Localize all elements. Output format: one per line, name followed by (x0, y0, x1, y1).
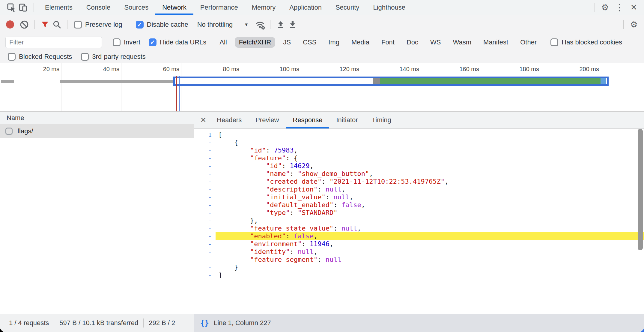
timeline-gridline (301, 63, 301, 111)
request-row-flags[interactable]: flags/ (0, 124, 194, 138)
disable-cache-checkbox[interactable] (136, 21, 144, 29)
json-line: "created_date": "2021-11-12T10:22:53.419… (216, 178, 644, 186)
json-token: : (282, 162, 290, 170)
type-filter-fetchxhr[interactable]: Fetch/XHR (235, 37, 276, 48)
disable-cache-label[interactable]: Disable cache (147, 21, 188, 29)
overview-request-bar[interactable] (60, 80, 191, 83)
detail-tab-preview[interactable]: Preview (249, 112, 286, 128)
main-tab-security[interactable]: Security (329, 0, 366, 15)
main-tab-elements[interactable]: Elements (38, 0, 79, 15)
import-har-icon[interactable] (275, 19, 287, 31)
json-token: : (290, 248, 298, 255)
divider (623, 20, 624, 29)
record-network-log-button[interactable] (6, 20, 14, 29)
type-filter-manifest[interactable]: Manifest (479, 37, 512, 48)
vertical-scrollbar[interactable] (638, 129, 643, 250)
has-blocked-cookies-label[interactable]: Has blocked cookies (562, 38, 622, 46)
network-overview-timeline[interactable]: 20 ms40 ms60 ms80 ms100 ms120 ms140 ms16… (0, 63, 644, 112)
json-token: "type" (266, 209, 290, 216)
json-token: ] (218, 271, 222, 279)
divider (67, 20, 67, 29)
type-filter-js[interactable]: JS (279, 37, 295, 48)
main-tab-sources[interactable]: Sources (117, 0, 155, 15)
settings-gear-icon[interactable]: ⚙ (599, 2, 611, 14)
json-token: 14629 (290, 162, 309, 170)
json-token: }, (218, 217, 258, 224)
type-filter-css[interactable]: CSS (299, 37, 321, 48)
json-token: , (445, 178, 449, 185)
export-har-icon[interactable] (287, 19, 299, 31)
invert-checkbox[interactable] (113, 38, 121, 46)
blocked-requests-checkbox[interactable] (8, 53, 16, 61)
overview-selected-request-bar[interactable] (173, 77, 609, 86)
detail-tab-response[interactable]: Response (286, 112, 329, 128)
detail-tab-timing[interactable]: Timing (365, 112, 398, 128)
network-settings-gear-icon[interactable]: ⚙ (628, 19, 640, 31)
main-tab-lighthouse[interactable]: Lighthouse (366, 0, 412, 15)
type-filter-font[interactable]: Font (377, 37, 399, 48)
main-tab-network[interactable]: Network (155, 0, 193, 15)
json-token: : (321, 178, 329, 185)
type-filter-img[interactable]: Img (324, 37, 344, 48)
type-filter-wasm[interactable]: Wasm (449, 37, 476, 48)
hide-data-urls-checkbox[interactable] (149, 38, 157, 46)
overview-request-bar[interactable] (1, 80, 14, 83)
preserve-log-label[interactable]: Preserve log (85, 21, 122, 29)
main-tab-memory[interactable]: Memory (245, 0, 282, 15)
json-line: "feature_state_value": null, (216, 225, 644, 232)
type-filter-all[interactable]: All (215, 37, 231, 48)
device-toolbar-icon[interactable] (17, 2, 29, 14)
close-devtools-icon[interactable]: ✕ (628, 2, 640, 14)
timeline-gridline (121, 63, 121, 111)
search-icon[interactable] (51, 19, 63, 31)
response-json-body[interactable]: [ { "id": 75983, "feature": { "id": 1462… (216, 129, 644, 314)
json-token: , (294, 146, 298, 154)
json-token: : (266, 146, 274, 154)
timeline-gridline (61, 63, 61, 111)
json-token (218, 146, 250, 154)
close-detail-icon[interactable]: ✕ (197, 112, 210, 128)
type-filter-other[interactable]: Other (516, 37, 541, 48)
type-filter-doc[interactable]: Doc (402, 37, 422, 48)
detail-tab-headers[interactable]: Headers (210, 112, 249, 128)
json-line: "identity": null, (216, 248, 644, 256)
divider (34, 20, 35, 29)
kebab-menu-icon[interactable]: ⋮ (613, 2, 625, 14)
third-party-requests-label[interactable]: 3rd-party requests (92, 53, 146, 61)
type-filter-media[interactable]: Media (347, 37, 374, 48)
detail-tab-initiator[interactable]: Initiator (329, 112, 365, 128)
status-item: 1 / 4 requests (9, 319, 49, 327)
network-conditions-icon[interactable] (254, 19, 266, 31)
response-editor[interactable]: 1------------------ [ { "id": 75983, "fe… (194, 129, 644, 314)
json-token (218, 193, 266, 201)
filter-funnel-icon[interactable] (39, 19, 51, 31)
throttling-select[interactable]: No throttling ▼ (197, 21, 249, 29)
divider (270, 20, 270, 29)
clear-network-log-icon[interactable] (18, 19, 30, 31)
json-line: "initial_value": null, (216, 193, 644, 201)
invert-label[interactable]: Invert (124, 38, 140, 46)
main-tab-performance[interactable]: Performance (193, 0, 245, 15)
gutter-line: - (194, 217, 215, 225)
json-token: : (318, 256, 326, 263)
main-tab-application[interactable]: Application (282, 0, 329, 15)
name-column-header[interactable]: Name (0, 112, 194, 124)
preserve-log-checkbox[interactable] (74, 21, 82, 29)
type-filter-ws[interactable]: WS (426, 37, 445, 48)
json-token: , (349, 193, 353, 201)
hide-data-urls-label[interactable]: Hide data URLs (160, 38, 206, 46)
filter-input[interactable] (5, 37, 102, 48)
json-token (218, 170, 266, 177)
json-line: "id": 14629, (216, 162, 644, 170)
third-party-requests-checkbox[interactable] (81, 53, 89, 61)
request-row-checkbox[interactable] (5, 128, 13, 135)
blocked-requests-label[interactable]: Blocked Requests (19, 53, 72, 61)
has-blocked-cookies-checkbox[interactable] (550, 38, 558, 46)
json-token: : { (286, 154, 298, 162)
load-event-line (179, 76, 180, 111)
main-tab-console[interactable]: Console (79, 0, 118, 15)
timeline-tick-label: 180 ms (503, 66, 539, 73)
json-token: "show_demo_button" (298, 170, 369, 177)
json-token: "created_date" (266, 178, 321, 185)
inspect-element-icon[interactable] (5, 2, 17, 14)
